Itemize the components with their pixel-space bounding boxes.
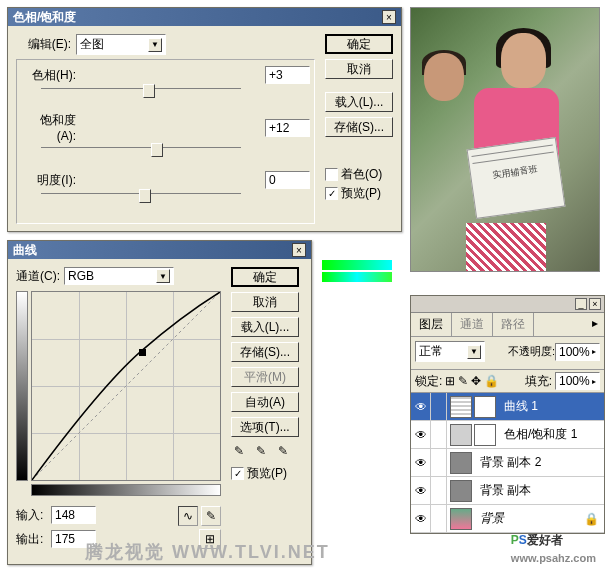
- chevron-down-icon[interactable]: ▼: [467, 345, 481, 359]
- input-field[interactable]: [51, 506, 96, 524]
- chevron-down-icon[interactable]: ▼: [156, 269, 170, 283]
- chevron-right-icon[interactable]: ▸: [592, 377, 596, 386]
- lock-icon: 🔒: [584, 512, 604, 526]
- layer-name: 背景 副本 2: [475, 454, 541, 471]
- hue-slider[interactable]: [41, 88, 241, 104]
- checkbox-icon: ✓: [231, 467, 244, 480]
- panel-tabs: 图层 通道 路径 ▸: [411, 313, 604, 337]
- layer-item[interactable]: 👁 色相/饱和度 1: [411, 421, 604, 449]
- visibility-icon[interactable]: 👁: [411, 505, 431, 532]
- cancel-button[interactable]: 取消: [231, 292, 299, 312]
- edit-dropdown[interactable]: 全图 ▼: [76, 34, 166, 55]
- visibility-icon[interactable]: 👁: [411, 393, 431, 420]
- minimize-icon[interactable]: _: [575, 298, 587, 310]
- colorize-checkbox[interactable]: 着色(O): [325, 166, 393, 183]
- lock-label: 锁定:: [415, 373, 442, 390]
- sat-input[interactable]: [265, 119, 310, 137]
- horizontal-gradient: [31, 484, 221, 496]
- close-icon[interactable]: ×: [382, 10, 396, 24]
- eyedropper-icon[interactable]: ✎: [231, 443, 247, 459]
- fill-label: 填充:: [525, 373, 552, 390]
- layer-name: 背景: [475, 510, 504, 527]
- close-icon[interactable]: ×: [589, 298, 601, 310]
- load-button[interactable]: 载入(L)...: [231, 317, 299, 337]
- watermark-text: 腾龙视觉 WWW.TLVI.NET: [85, 540, 330, 564]
- visibility-icon[interactable]: 👁: [411, 449, 431, 476]
- image-preview: 实用辅音班: [410, 7, 600, 272]
- dialog-title: 色相/饱和度: [13, 9, 76, 26]
- vertical-gradient: [16, 291, 28, 481]
- layer-name: 色相/饱和度 1: [499, 426, 577, 443]
- layer-item[interactable]: 👁 背景 副本 2: [411, 449, 604, 477]
- input-label: 输入:: [16, 507, 51, 524]
- output-label: 输出:: [16, 531, 51, 548]
- preview-checkbox[interactable]: ✓ 预览(P): [325, 185, 393, 202]
- curve-graph[interactable]: [31, 291, 221, 481]
- tab-paths[interactable]: 路径: [493, 313, 534, 336]
- curves-dialog: 曲线 × 通道(C): RGB ▼: [7, 240, 312, 565]
- titlebar[interactable]: 曲线 ×: [8, 241, 311, 259]
- close-icon[interactable]: ×: [292, 243, 306, 257]
- tab-layers[interactable]: 图层: [411, 313, 452, 336]
- hue-sat-dialog: 色相/饱和度 × 编辑(E): 全图 ▼ 色相(H): 饱和度(A):: [7, 7, 402, 232]
- menu-icon[interactable]: ▸: [586, 313, 604, 336]
- lock-move-icon[interactable]: ✥: [471, 374, 481, 388]
- save-button[interactable]: 存储(S)...: [325, 117, 393, 137]
- checkbox-icon: ✓: [325, 187, 338, 200]
- layer-name: 背景 副本: [475, 482, 531, 499]
- lock-paint-icon[interactable]: ✎: [458, 374, 468, 388]
- cancel-button[interactable]: 取消: [325, 59, 393, 79]
- titlebar[interactable]: 色相/饱和度 ×: [8, 8, 401, 26]
- watermark-logo: PS爱好者 www.psahz.com: [511, 531, 596, 565]
- visibility-icon[interactable]: 👁: [411, 421, 431, 448]
- load-button[interactable]: 载入(L)...: [325, 92, 393, 112]
- sat-label: 饱和度(A):: [21, 112, 81, 143]
- eyedropper-minus-icon[interactable]: ✎: [275, 443, 291, 459]
- eyedropper-plus-icon[interactable]: ✎: [253, 443, 269, 459]
- hue-label: 色相(H):: [21, 67, 81, 84]
- channel-label: 通道(C):: [16, 268, 60, 285]
- layers-list: 👁 曲线 1 👁 色相/饱和度 1 👁 背景 副本 2 👁 背景 副本 👁 背景…: [411, 393, 604, 533]
- opacity-label: 不透明度:: [508, 344, 555, 359]
- layer-item[interactable]: 👁 曲线 1: [411, 393, 604, 421]
- layer-item[interactable]: 👁 背景 副本: [411, 477, 604, 505]
- curve-tool-icon[interactable]: ∿: [178, 506, 198, 526]
- tab-channels[interactable]: 通道: [452, 313, 493, 336]
- smooth-button: 平滑(M): [231, 367, 299, 387]
- light-input[interactable]: [265, 171, 310, 189]
- layers-panel: _ × 图层 通道 路径 ▸ 正常 ▼ 不透明度: 100% ▸ 锁定: ⊞ ✎…: [410, 295, 605, 534]
- sat-slider[interactable]: [41, 147, 241, 163]
- visibility-icon[interactable]: 👁: [411, 477, 431, 504]
- light-label: 明度(I):: [21, 172, 81, 189]
- save-button[interactable]: 存储(S)...: [231, 342, 299, 362]
- pencil-tool-icon[interactable]: ✎: [201, 506, 221, 526]
- layer-item[interactable]: 👁 背景 🔒: [411, 505, 604, 533]
- preview-checkbox[interactable]: ✓ 预览(P): [231, 465, 299, 482]
- options-button[interactable]: 选项(T)...: [231, 417, 299, 437]
- svg-line-0: [32, 292, 220, 480]
- lock-trans-icon[interactable]: ⊞: [445, 374, 455, 388]
- layer-name: 曲线 1: [499, 398, 538, 415]
- curve-point[interactable]: [139, 349, 146, 356]
- channel-dropdown[interactable]: RGB ▼: [64, 267, 174, 285]
- chevron-down-icon[interactable]: ▼: [148, 38, 162, 52]
- blend-mode-dropdown[interactable]: 正常 ▼: [415, 341, 485, 362]
- ok-button[interactable]: 确定: [231, 267, 299, 287]
- lock-all-icon[interactable]: 🔒: [484, 374, 499, 388]
- light-slider[interactable]: [41, 193, 241, 209]
- chevron-right-icon[interactable]: ▸: [592, 347, 596, 356]
- checkbox-icon: [325, 168, 338, 181]
- auto-button[interactable]: 自动(A): [231, 392, 299, 412]
- hue-input[interactable]: [265, 66, 310, 84]
- fill-input[interactable]: 100% ▸: [555, 372, 600, 390]
- dialog-title: 曲线: [13, 242, 37, 259]
- gradient-preview-1: [322, 260, 392, 270]
- opacity-input[interactable]: 100% ▸: [555, 343, 600, 361]
- edit-label: 编辑(E):: [16, 36, 76, 53]
- gradient-preview-2: [322, 272, 392, 282]
- ok-button[interactable]: 确定: [325, 34, 393, 54]
